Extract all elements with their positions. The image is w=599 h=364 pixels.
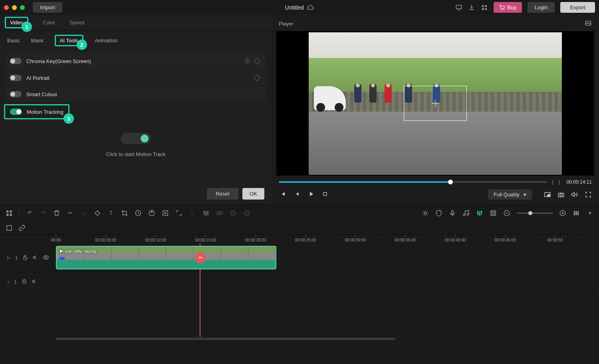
volume-icon[interactable] xyxy=(571,190,578,199)
export-frame-icon[interactable] xyxy=(162,210,169,217)
prev-frame-icon[interactable] xyxy=(279,190,286,199)
svg-rect-21 xyxy=(217,212,219,214)
buy-button[interactable]: Buy xyxy=(494,2,522,13)
window-close[interactable] xyxy=(4,5,9,10)
export-button[interactable]: Export xyxy=(560,2,595,13)
audio-mute-icon[interactable] xyxy=(32,279,38,285)
tab-video[interactable]: Video xyxy=(10,20,23,26)
snapshot-icon[interactable] xyxy=(585,20,592,28)
buy-label: Buy xyxy=(507,4,516,10)
pip-icon[interactable] xyxy=(544,190,551,199)
camera-icon[interactable] xyxy=(557,190,565,199)
svg-point-25 xyxy=(424,212,426,214)
marker-icon[interactable] xyxy=(490,210,497,217)
chevron-down-icon: ▾ xyxy=(524,192,526,198)
cutout-label: Smart Cutout xyxy=(26,91,262,97)
svg-rect-1 xyxy=(482,5,484,7)
annotation-badge-3: 3 xyxy=(63,113,74,124)
zoom-out-icon[interactable] xyxy=(503,210,510,217)
music-icon[interactable] xyxy=(462,210,470,217)
quality-selector[interactable]: Full Quality ▾ xyxy=(488,190,532,200)
svg-point-5 xyxy=(501,9,502,10)
reset-button[interactable]: Reset xyxy=(207,188,238,200)
ruler-tick: 00:00:45:00 xyxy=(495,235,516,242)
step-back-icon[interactable] xyxy=(293,190,300,199)
subtab-basic[interactable]: Basic xyxy=(7,38,20,44)
ruler-tick: 00:00:10:00 xyxy=(145,235,167,242)
display-icon[interactable] xyxy=(455,4,462,11)
effects-icon[interactable] xyxy=(422,210,429,217)
motion-track-target[interactable] xyxy=(404,86,467,121)
stop-icon[interactable] xyxy=(322,191,328,198)
delete-icon[interactable] xyxy=(53,210,60,217)
mixer-icon[interactable] xyxy=(476,210,483,217)
playback-progress[interactable] xyxy=(279,181,547,183)
cut-icon[interactable]: ✂ xyxy=(67,210,74,217)
timeline-scrollbar[interactable] xyxy=(0,337,599,341)
speed-icon[interactable] xyxy=(135,210,142,217)
ok-button[interactable]: OK xyxy=(242,188,264,200)
layout-icon[interactable] xyxy=(6,210,13,217)
keyframe-portrait[interactable] xyxy=(254,75,261,81)
audio-detach-icon[interactable]: ♫ xyxy=(80,210,87,217)
svg-point-31 xyxy=(481,211,482,212)
mic-icon[interactable] xyxy=(449,210,456,217)
zoom-in-icon[interactable] xyxy=(559,210,566,217)
text-icon[interactable]: T xyxy=(107,210,115,217)
preview-viewer[interactable] xyxy=(276,31,594,176)
window-zoom[interactable] xyxy=(20,5,25,10)
cloud-sync-icon[interactable] xyxy=(307,4,314,11)
subtab-mask[interactable]: Mask xyxy=(31,38,44,44)
ruler-tick: 00:00:30:00 xyxy=(345,235,366,242)
login-button[interactable]: Login xyxy=(528,2,555,13)
ruler-tick: 00:00 xyxy=(51,235,61,242)
portrait-label: AI Portrait xyxy=(26,75,250,81)
annotation-badge-1: 1 xyxy=(22,22,32,32)
subtab-aitools[interactable]: AI Tools xyxy=(60,38,78,44)
import-button[interactable]: Import xyxy=(33,2,62,13)
range-brackets[interactable]: { } xyxy=(552,179,561,185)
expand-icon[interactable] xyxy=(175,210,182,217)
download-icon[interactable] xyxy=(468,4,475,11)
toggle-cutout[interactable] xyxy=(10,91,22,97)
fit-icon[interactable] xyxy=(573,210,580,217)
fullscreen-icon[interactable] xyxy=(585,190,592,199)
start-motion-track-toggle[interactable] xyxy=(121,133,151,144)
toggle-chroma[interactable] xyxy=(10,58,22,64)
clip-label: car, rally, racing xyxy=(65,249,96,253)
shield-icon[interactable] xyxy=(435,210,442,217)
toggle-motion-tracking[interactable] xyxy=(10,109,22,115)
split-marker[interactable]: ✂ xyxy=(195,252,206,263)
lock-icon[interactable] xyxy=(22,255,28,261)
crop-icon[interactable] xyxy=(121,210,128,217)
dropdown-icon[interactable]: ▾ xyxy=(586,210,593,217)
video-clip[interactable]: ▶ car, rally, racing ✂ xyxy=(56,246,276,269)
mute-icon[interactable] xyxy=(33,255,38,261)
video-track-icon: ▷ xyxy=(7,255,10,260)
ungroup-icon[interactable] xyxy=(230,210,237,217)
tab-color[interactable]: Color xyxy=(43,20,55,26)
group-icon[interactable] xyxy=(216,210,223,217)
tab-speed[interactable]: Speed xyxy=(69,20,85,26)
keyframe-chroma[interactable] xyxy=(254,58,261,65)
subtab-animation[interactable]: Animation xyxy=(95,38,118,44)
undo-icon[interactable]: ↶ xyxy=(26,210,33,217)
redo-icon[interactable]: ↷ xyxy=(40,210,47,217)
grid-icon[interactable] xyxy=(481,4,488,11)
audio-lock-icon[interactable] xyxy=(22,279,27,285)
visibility-icon[interactable] xyxy=(43,255,49,261)
color-icon[interactable] xyxy=(148,210,155,217)
toggle-portrait[interactable] xyxy=(10,75,22,81)
adjust-icon[interactable] xyxy=(202,210,210,217)
link-icon[interactable] xyxy=(18,224,26,231)
info-icon[interactable]: ⓘ xyxy=(245,57,250,65)
zoom-slider[interactable] xyxy=(517,212,553,214)
play-icon[interactable] xyxy=(307,190,315,199)
svg-rect-39 xyxy=(7,226,12,230)
timeline-select-icon[interactable] xyxy=(6,224,13,231)
svg-point-29 xyxy=(477,212,478,213)
keyframe-tool-icon[interactable]: ◇ xyxy=(189,210,196,217)
more-icon[interactable] xyxy=(243,210,250,217)
tag-icon[interactable] xyxy=(94,210,101,217)
window-minimize[interactable] xyxy=(12,5,17,10)
